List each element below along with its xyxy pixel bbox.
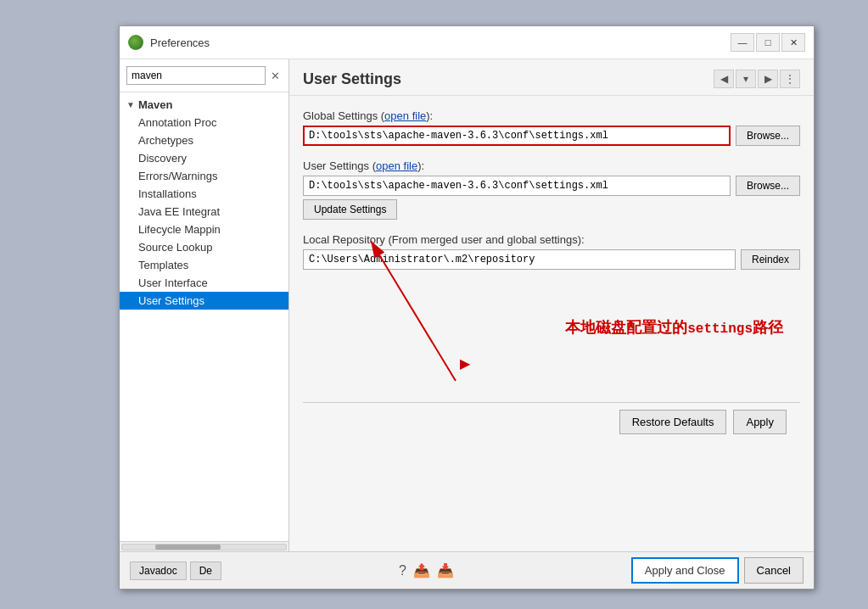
footer-tab-de[interactable]: De bbox=[190, 562, 221, 580]
maven-icon bbox=[128, 35, 143, 50]
window-footer: Javadoc De ? 📤 📥 Apply and Close Cancel bbox=[120, 551, 814, 589]
sidebar-item-user-settings[interactable]: User Settings bbox=[120, 292, 288, 310]
local-repo-input[interactable] bbox=[303, 249, 736, 270]
content-body: Global Settings (open file): Browse... U… bbox=[289, 96, 814, 551]
global-settings-label: Global Settings (open file): bbox=[303, 109, 800, 122]
sidebar: ✕ ▼ Maven Annotation Proc Archetypes Dis… bbox=[120, 59, 289, 551]
title-bar: Preferences — □ ✕ bbox=[120, 26, 814, 59]
help-icon[interactable]: ? bbox=[399, 563, 406, 578]
tree-container: ▼ Maven Annotation Proc Archetypes Disco… bbox=[120, 92, 288, 541]
annotation-text: 本地磁盘配置过的settings路径 bbox=[565, 317, 783, 338]
search-clear-icon[interactable]: ✕ bbox=[269, 70, 282, 82]
sidebar-item-installations[interactable]: Installations bbox=[120, 185, 288, 203]
title-controls: — □ ✕ bbox=[731, 33, 805, 52]
restore-defaults-button[interactable]: Restore Defaults bbox=[619, 410, 727, 434]
sidebar-item-label: Annotation Proc bbox=[138, 116, 217, 129]
footer-tabs: Javadoc De bbox=[130, 562, 221, 580]
cancel-button[interactable]: Cancel bbox=[744, 557, 804, 584]
sidebar-item-lifecycle-mappings[interactable]: Lifecycle Mappin bbox=[120, 221, 288, 238]
sidebar-item-discovery[interactable]: Discovery bbox=[120, 149, 288, 167]
content-title: User Settings bbox=[303, 70, 401, 88]
import-icon[interactable]: 📥 bbox=[437, 562, 454, 578]
global-settings-input-row: Browse... bbox=[303, 126, 800, 146]
sidebar-item-label: Discovery bbox=[138, 152, 187, 165]
sidebar-item-label: Errors/Warnings bbox=[138, 170, 217, 182]
global-label-suffix: ): bbox=[426, 109, 433, 122]
local-repo-group: Local Repository (From merged user and g… bbox=[303, 233, 800, 270]
tree-expand-arrow: ▼ bbox=[126, 100, 135, 109]
sidebar-item-errors-warnings[interactable]: Errors/Warnings bbox=[120, 167, 288, 185]
user-open-file-link[interactable]: open file bbox=[376, 159, 417, 172]
sidebar-item-archetypes[interactable]: Archetypes bbox=[120, 131, 288, 149]
global-settings-group: Global Settings (open file): Browse... bbox=[303, 109, 800, 146]
annotation-area: ▶ 本地磁盘配置过的settings路径 bbox=[303, 283, 800, 402]
reindex-button[interactable]: Reindex bbox=[741, 249, 800, 270]
sidebar-item-templates[interactable]: Templates bbox=[120, 256, 288, 274]
local-repo-label: Local Repository (From merged user and g… bbox=[303, 233, 800, 246]
sidebar-item-label: Source Lookup bbox=[138, 241, 212, 254]
sidebar-item-label: Lifecycle Mappin bbox=[138, 223, 221, 236]
local-repo-input-row: Reindex bbox=[303, 249, 800, 270]
user-settings-input[interactable] bbox=[303, 176, 731, 196]
footer-tab-javadoc[interactable]: Javadoc bbox=[130, 562, 187, 580]
window-title: Preferences bbox=[150, 36, 210, 49]
global-open-file-link[interactable]: open file bbox=[384, 109, 426, 122]
maximize-button[interactable]: □ bbox=[756, 33, 780, 52]
footer-buttons: Apply and Close Cancel bbox=[631, 557, 804, 584]
annotation-chinese-text2: 路径 bbox=[753, 319, 783, 336]
sidebar-item-source-lookup[interactable]: Source Lookup bbox=[120, 238, 288, 256]
close-button[interactable]: ✕ bbox=[781, 33, 805, 52]
sidebar-item-java-ee-integration[interactable]: Java EE Integrat bbox=[120, 203, 288, 221]
search-box: ✕ bbox=[120, 59, 288, 92]
apply-button[interactable]: Apply bbox=[733, 410, 787, 434]
apply-and-close-button[interactable]: Apply and Close bbox=[631, 557, 739, 584]
header-nav: ◀ ▾ ▶ ⋮ bbox=[714, 70, 800, 88]
sidebar-item-label: Java EE Integrat bbox=[138, 205, 220, 218]
forward-button[interactable]: ▶ bbox=[758, 70, 778, 88]
window-body: ✕ ▼ Maven Annotation Proc Archetypes Dis… bbox=[120, 59, 814, 551]
back-button[interactable]: ◀ bbox=[714, 70, 734, 88]
annotation-code-text: settings bbox=[687, 321, 753, 337]
sidebar-item-annotation-processing[interactable]: Annotation Proc bbox=[120, 114, 288, 131]
minimize-button[interactable]: — bbox=[731, 33, 754, 52]
user-label-suffix: ): bbox=[417, 159, 424, 172]
content-panel: User Settings ◀ ▾ ▶ ⋮ Global Settings (o… bbox=[289, 59, 814, 551]
update-settings-button[interactable]: Update Settings bbox=[303, 199, 397, 220]
tree-root-label: Maven bbox=[138, 98, 172, 111]
sidebar-item-label: Archetypes bbox=[138, 134, 193, 147]
sidebar-item-label: User Interface bbox=[138, 277, 208, 289]
user-settings-label: User Settings (open file): bbox=[303, 159, 800, 172]
global-label-text: Global Settings ( bbox=[303, 109, 384, 122]
sidebar-item-user-interface[interactable]: User Interface bbox=[120, 274, 288, 292]
small-triangle-icon: ▶ bbox=[460, 355, 470, 372]
scrollbar-thumb bbox=[155, 545, 221, 550]
export-icon[interactable]: 📤 bbox=[413, 562, 430, 578]
back-dropdown-button[interactable]: ▾ bbox=[736, 70, 756, 88]
menu-button[interactable]: ⋮ bbox=[780, 70, 800, 88]
title-bar-left: Preferences bbox=[128, 35, 210, 50]
sidebar-scrollbar[interactable] bbox=[120, 541, 288, 551]
user-settings-input-row: Browse... bbox=[303, 176, 800, 196]
preferences-window: Preferences — □ ✕ ✕ ▼ Maven Annotation P… bbox=[119, 25, 815, 589]
sidebar-item-label: User Settings bbox=[138, 294, 204, 307]
user-label-text: User Settings ( bbox=[303, 159, 376, 172]
search-input[interactable] bbox=[126, 66, 266, 85]
user-settings-group: User Settings (open file): Browse... Upd… bbox=[303, 159, 800, 220]
global-settings-input[interactable] bbox=[303, 126, 731, 146]
footer-icons: ? 📤 📥 bbox=[399, 562, 454, 578]
tree-root-maven[interactable]: ▼ Maven bbox=[120, 96, 288, 114]
user-browse-button[interactable]: Browse... bbox=[736, 176, 800, 196]
bottom-bar: Restore Defaults Apply bbox=[303, 402, 800, 441]
scrollbar-track bbox=[121, 544, 287, 550]
annotation-chinese-text: 本地磁盘配置过的 bbox=[565, 319, 687, 336]
global-browse-button[interactable]: Browse... bbox=[736, 126, 800, 146]
sidebar-item-label: Templates bbox=[138, 259, 188, 271]
content-header: User Settings ◀ ▾ ▶ ⋮ bbox=[289, 59, 814, 96]
sidebar-item-label: Installations bbox=[138, 187, 197, 200]
